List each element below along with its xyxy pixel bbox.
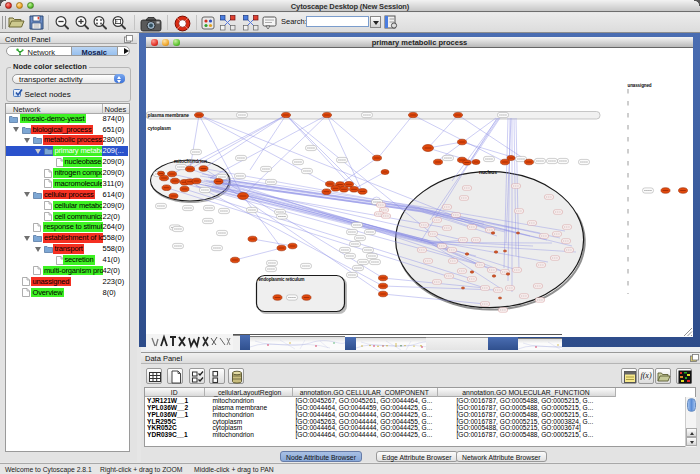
svg-text:plasma membrane: plasma membrane (148, 113, 190, 118)
svg-text:cytoplasm: cytoplasm (148, 126, 172, 131)
svg-text:unassigned: unassigned (628, 83, 652, 88)
svg-text:mitochondrion: mitochondrion (174, 159, 207, 164)
svg-text:nucleus: nucleus (479, 170, 497, 175)
svg-text:endoplasmic reticulum: endoplasmic reticulum (259, 277, 305, 282)
